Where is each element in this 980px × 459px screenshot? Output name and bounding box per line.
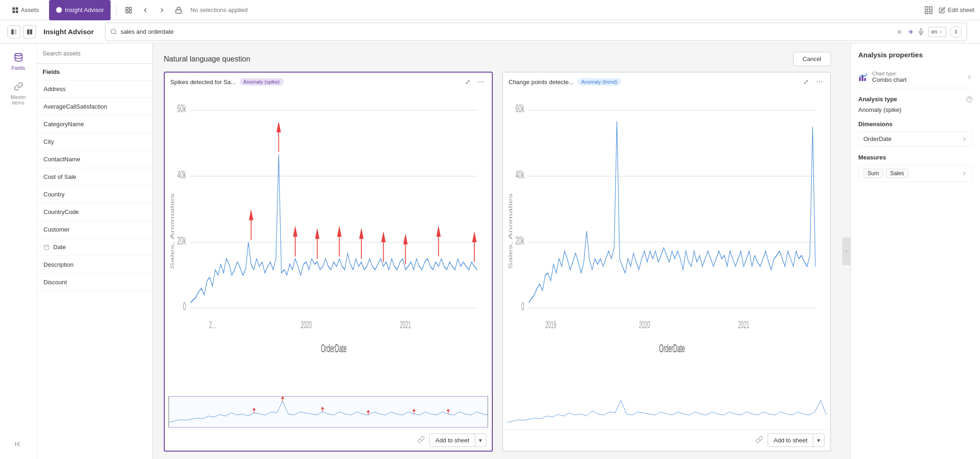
svg-rect-13 — [925, 11, 928, 13]
arrow-right-button[interactable] — [906, 28, 914, 36]
svg-text:Sales, Anomalies: Sales, Anomalies — [508, 193, 513, 269]
calendar-icon — [43, 244, 50, 250]
svg-marker-48 — [249, 209, 254, 220]
add-to-sheet-dropdown-1[interactable]: ▾ — [475, 434, 486, 447]
link-icon-2[interactable] — [756, 436, 763, 445]
chart-2-svg: 60k 40k 20k 0 Sales, Anomalies 2019 2020… — [507, 88, 826, 396]
chart-2-title-area: Change points detecte... Anomaly (trend) — [509, 78, 621, 86]
field-contactname[interactable]: ContactName — [37, 151, 152, 168]
svg-marker-52 — [315, 228, 320, 239]
measure-tag-sum: Sum — [863, 169, 883, 178]
grid-icon[interactable] — [924, 6, 933, 15]
insight-advisor-tab[interactable]: Insight Advisor — [49, 0, 111, 20]
field-costofsale[interactable]: Cost of Sale — [37, 168, 152, 186]
master-items-icon — [14, 82, 23, 91]
search-bar[interactable]: en i — [105, 23, 967, 41]
single-panel-icon — [11, 29, 17, 35]
chart-type-label: Chart type — [872, 71, 906, 76]
field-averagecallsatisfaction[interactable]: AverageCallSatisfaction — [37, 98, 152, 116]
field-date[interactable]: Date — [37, 239, 152, 256]
svg-marker-46 — [277, 121, 281, 132]
fields-nav-item[interactable]: Fields — [2, 49, 35, 74]
nav-divider — [116, 5, 117, 16]
field-address[interactable]: Address — [37, 80, 152, 98]
svg-point-26 — [15, 54, 22, 56]
language-selector[interactable]: en — [928, 27, 946, 37]
svg-point-19 — [111, 29, 116, 34]
clear-search-button[interactable] — [896, 29, 903, 35]
add-to-sheet-label-2[interactable]: Add to sheet — [768, 434, 813, 447]
svg-rect-11 — [925, 6, 928, 9]
svg-rect-18 — [30, 29, 32, 34]
field-name-country: Country — [43, 191, 65, 198]
add-to-sheet-button-1[interactable]: Add to sheet ▾ — [429, 434, 486, 447]
content-header: Natural language question Cancel — [153, 43, 842, 72]
expand-chart-1-button[interactable]: ⤢ — [463, 77, 472, 86]
right-collapse-area — [842, 43, 850, 459]
chart-2-header: Change points detecte... Anomaly (trend)… — [503, 73, 830, 88]
back-icon[interactable] — [139, 4, 152, 17]
add-to-sheet-button-2[interactable]: Add to sheet ▾ — [768, 434, 825, 447]
chart-type-value: Combo chart — [872, 76, 906, 83]
svg-text:2...: 2... — [209, 319, 216, 330]
more-options-chart-2-button[interactable]: ⋯ — [814, 77, 825, 86]
link-svg-2 — [756, 436, 763, 443]
svg-text:OrderDate: OrderDate — [321, 342, 347, 355]
expand-chart-2-button[interactable]: ⤢ — [801, 77, 811, 86]
field-name-description: Description — [43, 261, 74, 268]
info-button[interactable]: i — [950, 26, 962, 38]
svg-marker-64 — [472, 231, 477, 242]
field-country[interactable]: Country — [37, 186, 152, 203]
svg-rect-16 — [14, 29, 17, 34]
master-items-nav-item[interactable]: Master items — [2, 78, 35, 109]
edit-sheet-button[interactable]: Edit sheet — [939, 6, 974, 13]
collapse-left-button[interactable] — [14, 440, 23, 453]
chart-2-actions: ⤢ ⋯ — [801, 77, 825, 86]
microphone-button[interactable] — [918, 28, 924, 35]
toggle-dual-panel[interactable] — [23, 25, 36, 38]
toggle-single-panel[interactable] — [7, 25, 20, 38]
field-discount[interactable]: Discount — [37, 274, 152, 291]
no-selections-text: No selections applied — [191, 6, 248, 13]
svg-rect-28 — [44, 245, 49, 250]
chart-type-chevron — [966, 74, 973, 80]
field-countrycode[interactable]: CountryCode — [37, 203, 152, 221]
field-categoryname[interactable]: CategoryName — [37, 116, 152, 133]
collapse-right-icon — [844, 249, 849, 254]
fields-list: Fields Address AverageCallSatisfaction C… — [37, 43, 152, 459]
svg-rect-0 — [12, 7, 15, 9]
lock-icon[interactable] — [172, 4, 185, 17]
search-assets-input[interactable] — [37, 43, 152, 64]
lang-chevron-icon — [938, 30, 943, 34]
select-icon[interactable] — [122, 4, 135, 17]
svg-rect-5 — [58, 12, 60, 12]
add-to-sheet-label-1[interactable]: Add to sheet — [430, 434, 475, 447]
assets-tab[interactable]: Assets — [6, 0, 45, 20]
dimension-row[interactable]: OrderDate — [858, 131, 973, 147]
fields-header: Fields — [37, 64, 152, 80]
search-input[interactable] — [121, 28, 893, 35]
forward-icon[interactable] — [155, 4, 168, 17]
cancel-button[interactable]: Cancel — [793, 52, 831, 66]
chart-type-row[interactable]: Chart type Combo chart — [858, 66, 973, 88]
link-icon-1[interactable] — [417, 436, 425, 445]
svg-marker-56 — [359, 228, 364, 239]
measures-row[interactable]: Sum Sales — [858, 165, 973, 182]
svg-text:40k: 40k — [515, 169, 525, 181]
right-panel: Analysis properties Chart type Combo cha… — [850, 43, 980, 459]
lang-label: en — [931, 29, 937, 35]
chart-card-1: Spikes detected for Sa... Anomaly (spike… — [164, 72, 493, 452]
field-description[interactable]: Description — [37, 256, 152, 274]
collapse-right-button[interactable] — [842, 238, 850, 265]
help-icon[interactable] — [966, 96, 973, 103]
assets-icon — [12, 7, 19, 13]
field-customer[interactable]: Customer — [37, 221, 152, 239]
top-nav: Assets Insight Advisor No selections app… — [0, 0, 980, 20]
chart-1-footer: Add to sheet ▾ — [165, 429, 492, 451]
svg-rect-17 — [27, 29, 29, 34]
analysis-type-value: Anomaly (spike) — [858, 106, 973, 113]
add-to-sheet-dropdown-2[interactable]: ▾ — [813, 434, 824, 447]
more-options-chart-1-button[interactable]: ⋯ — [476, 77, 486, 86]
field-city[interactable]: City — [37, 133, 152, 151]
measure-tags: Sum Sales — [863, 169, 908, 178]
